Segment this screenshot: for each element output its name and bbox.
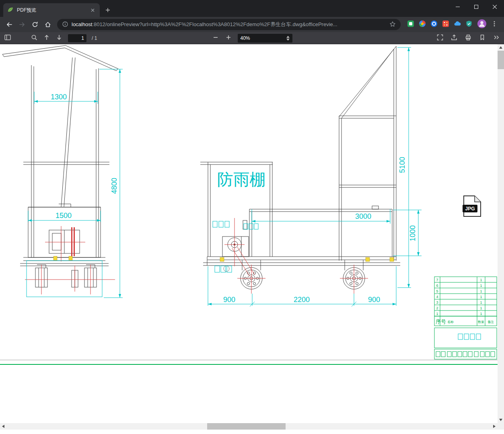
row-qty: 1 (480, 289, 482, 293)
dim-front-width-mid: 1500 (56, 212, 72, 220)
previous-page-icon[interactable] (43, 34, 50, 42)
page-count-label: / 1 (92, 35, 97, 41)
extension-area (404, 19, 501, 30)
shelter-label: 防雨棚 (217, 171, 265, 188)
row-no: 4 (436, 295, 438, 299)
row-qty: 1 (480, 312, 482, 316)
horizontal-scrollbar[interactable] (0, 423, 498, 430)
row-no: 5 (436, 289, 438, 293)
row-no: 1 (436, 312, 438, 316)
url-rest: :8012/onlinePreview?url=http%3A%2F%2Floc… (92, 21, 337, 27)
forward-icon[interactable] (16, 19, 28, 31)
tab-title: PDF预览 (17, 7, 86, 14)
page-number-input[interactable]: 1 (68, 34, 86, 42)
zoom-out-icon[interactable] (212, 34, 219, 42)
profile-avatar[interactable] (477, 19, 487, 30)
row-qty: 1 (480, 278, 482, 282)
browser-menu-icon[interactable] (491, 21, 498, 29)
row-qty: 1 (480, 284, 482, 288)
pdf-toolbar-left: 1 / 1 (4, 34, 97, 42)
row-qty: 1 (480, 300, 482, 304)
maximize-button[interactable] (467, 0, 485, 14)
scrollbar-corner (498, 423, 504, 430)
scroll-right-icon[interactable] (491, 423, 498, 430)
url-host: localhost (72, 21, 92, 27)
next-page-icon[interactable] (56, 34, 63, 42)
titleblock-name-header: 名称 (447, 320, 454, 324)
scroll-left-icon[interactable] (0, 423, 6, 430)
dim-front-height: 4800 (110, 178, 118, 194)
pdf-content-area: 1300 1500 4800 (0, 44, 504, 434)
titleblock-qty-header: 数量 (478, 320, 484, 324)
cad-drawing-preview: 1300 1500 4800 (0, 44, 498, 423)
row-no: 7 (436, 278, 438, 282)
extension-icon-red-grid[interactable] (442, 20, 449, 29)
titleblock-note-header: 备注 (488, 320, 494, 324)
row-no: 2 (436, 306, 438, 310)
row-qty: 1 (480, 306, 482, 310)
row-no: 3 (436, 300, 438, 304)
scroll-down-icon[interactable] (498, 417, 504, 423)
favicon-leaf-icon (7, 6, 14, 14)
address-bar[interactable]: localhost:8012/onlinePreview?url=http%3A… (57, 19, 401, 30)
title-block (434, 277, 497, 359)
row-no: 6 (436, 284, 438, 288)
dim-side-left: 900 (223, 296, 235, 304)
site-info-icon[interactable] (62, 21, 68, 29)
extension-icon-blue-circle[interactable] (430, 20, 438, 29)
pdf-toolbar-center: 40% (212, 32, 292, 44)
row-qty: 1 (480, 295, 482, 299)
extension-icon-green[interactable] (407, 20, 414, 29)
front-view-highlights (53, 256, 72, 260)
zoom-value: 40% (241, 35, 250, 41)
dim-side-box-width: 3000 (355, 212, 371, 220)
pdf-toolbar-right (436, 34, 500, 42)
url-text: localhost:8012/onlinePreview?url=http%3A… (72, 21, 386, 28)
window-controls (448, 0, 504, 14)
browser-tab[interactable]: PDF预览 (3, 3, 100, 17)
vertical-scrollbar[interactable] (498, 44, 504, 423)
front-view-geometry (2, 45, 118, 287)
extension-icon-translate[interactable] (419, 20, 426, 29)
browser-navbar: localhost:8012/onlinePreview?url=http%3A… (0, 17, 504, 32)
tab-close-icon[interactable] (89, 7, 96, 13)
presentation-mode-icon[interactable] (436, 34, 444, 42)
scroll-up-icon[interactable] (498, 44, 504, 51)
extension-icon-shield[interactable] (465, 20, 473, 29)
dim-side-height: 5100 (398, 157, 406, 173)
side-view-geometry (200, 46, 400, 289)
minimize-button[interactable] (448, 0, 467, 14)
back-icon[interactable] (3, 19, 15, 31)
titleblock-seq-header: 序号 (436, 319, 446, 325)
pdf-viewer-toolbar: 1 / 1 40% (0, 32, 504, 44)
zoom-spinner-icon (286, 36, 290, 41)
sidebar-toggle-icon[interactable] (4, 34, 11, 42)
extension-icon-cloud[interactable] (454, 20, 461, 29)
dim-side-wheelbase: 2200 (294, 296, 310, 304)
zoom-in-icon[interactable] (225, 34, 232, 42)
jpg-file-icon: JPG (463, 196, 481, 216)
open-file-icon[interactable] (451, 34, 458, 42)
vertical-scrollbar-thumb[interactable] (498, 51, 504, 69)
dim-front-width-top: 1300 (51, 93, 67, 101)
print-icon[interactable] (465, 34, 472, 42)
dim-side-box-height: 1000 (409, 225, 417, 241)
reload-icon[interactable] (29, 19, 41, 31)
bookmark-star-icon[interactable] (389, 21, 396, 29)
side-view-text-placeholders (213, 221, 258, 272)
horizontal-scrollbar-thumb[interactable] (207, 423, 286, 430)
new-tab-button[interactable] (102, 4, 113, 16)
search-icon[interactable] (31, 34, 38, 42)
dim-side-right: 900 (368, 296, 380, 304)
zoom-select[interactable]: 40% (238, 34, 292, 43)
close-button[interactable] (485, 0, 504, 14)
jpg-badge-label: JPG (465, 206, 475, 212)
bookmark-icon[interactable] (479, 34, 486, 42)
more-tools-icon[interactable] (493, 34, 500, 42)
home-icon[interactable] (42, 19, 54, 31)
browser-titlebar: PDF预览 (0, 0, 504, 17)
